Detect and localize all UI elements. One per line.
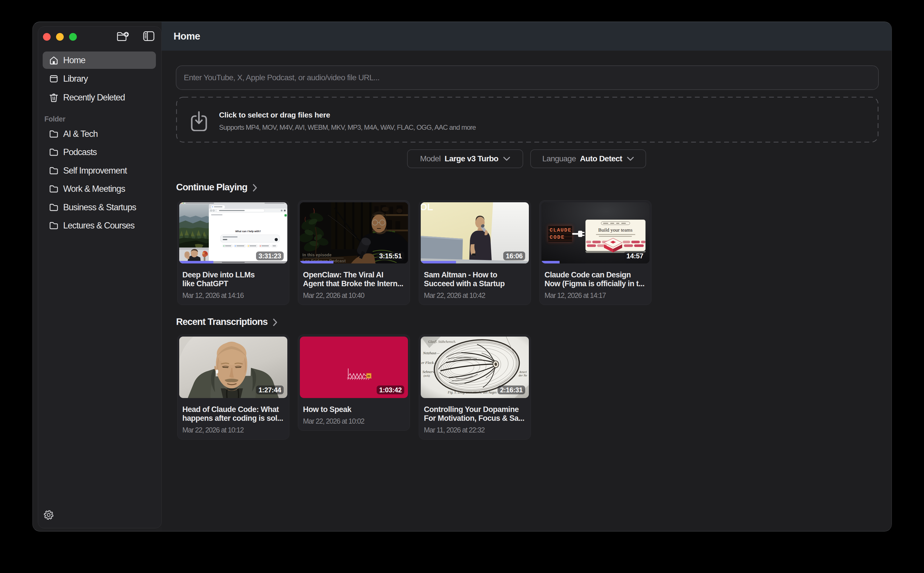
- svg-text:What can I help with?: What can I help with?: [235, 230, 261, 233]
- svg-text:Sehnerv: Sehnerv: [422, 369, 435, 374]
- svg-text:Netzhaut—: Netzhaut—: [423, 351, 439, 355]
- svg-text:Build your teams: Build your teams: [598, 227, 633, 233]
- svg-text:OL: OL: [421, 202, 433, 212]
- svg-text:der Ne: der Ne: [519, 374, 527, 377]
- svg-text:In this episode: In this episode: [302, 253, 332, 257]
- svg-text:m: m: [367, 374, 370, 377]
- svg-text:Glasfl. Stäbchensch.: Glasfl. Stäbchensch.: [428, 340, 456, 344]
- svg-text:er Fleck—: er Fleck—: [421, 360, 437, 365]
- svg-text:(eck): (eck): [424, 374, 430, 377]
- svg-text:Arterl: Arterl: [519, 370, 527, 374]
- svg-text:Fig. 5. Diagrammatische des: Fig. 5. Diagrammatische des Auges: [447, 390, 497, 395]
